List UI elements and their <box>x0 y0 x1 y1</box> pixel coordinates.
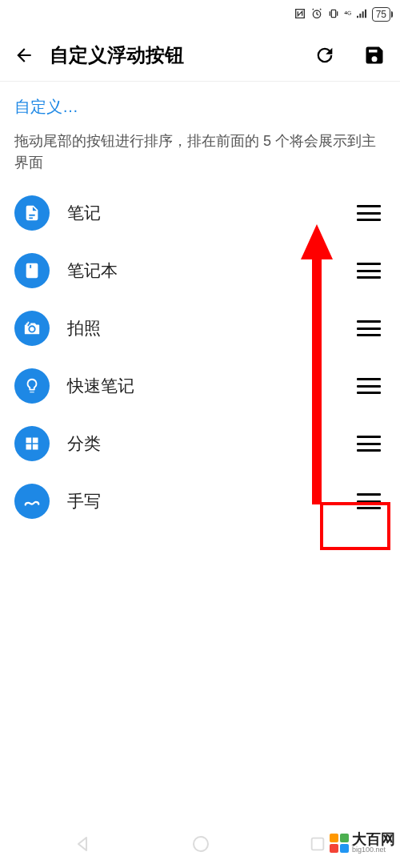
item-label: 笔记 <box>67 202 339 224</box>
watermark-title: 大百网 <box>352 832 395 846</box>
list-item-category: 分类 <box>14 427 386 460</box>
save-button[interactable] <box>362 42 387 68</box>
hint-text: 拖动尾部的按钮进行排序，排在前面的 5 个将会展示到主界面 <box>14 131 386 174</box>
vibrate-icon <box>327 7 340 22</box>
nav-back-icon[interactable] <box>74 834 93 857</box>
lightbulb-icon <box>14 368 50 404</box>
drag-handle-icon[interactable] <box>357 378 381 394</box>
item-label: 手写 <box>67 490 339 512</box>
grid-icon <box>14 426 50 461</box>
drag-handle-icon[interactable] <box>357 320 381 336</box>
handwrite-icon <box>14 484 50 519</box>
back-button[interactable] <box>13 44 35 66</box>
list-item-handwrite: 手写 <box>14 484 386 518</box>
content: 自定义… 拖动尾部的按钮进行排序，排在前面的 5 个将会展示到主界面 笔记 笔记… <box>0 82 400 532</box>
note-icon <box>14 195 50 231</box>
list: 笔记 笔记本 拍照 快速笔记 <box>14 196 386 518</box>
nfc-icon <box>294 7 306 22</box>
watermark-url: big100.net <box>352 846 395 854</box>
list-item-camera: 拍照 <box>14 311 386 345</box>
status-bar: ⁴ᴳ 75 <box>0 0 400 29</box>
svg-point-3 <box>194 837 208 851</box>
battery-icon: 75 <box>372 7 390 22</box>
nav-home-icon[interactable] <box>191 834 210 857</box>
list-item-note: 笔记 <box>14 196 386 230</box>
item-label: 笔记本 <box>67 259 339 282</box>
drag-handle-icon[interactable] <box>357 436 381 452</box>
drag-handle-icon[interactable] <box>357 205 381 221</box>
page-title: 自定义浮动按钮 <box>50 42 288 68</box>
refresh-button[interactable] <box>312 42 338 68</box>
drag-handle-icon[interactable] <box>357 493 381 509</box>
svg-rect-4 <box>312 838 324 850</box>
list-item-quicknote: 快速笔记 <box>14 369 386 403</box>
svg-rect-1 <box>331 10 335 17</box>
list-item-notebook: 笔记本 <box>14 254 386 287</box>
watermark: 大百网 big100.net <box>330 832 395 854</box>
customize-link[interactable]: 自定义… <box>14 96 386 118</box>
signal-icon: ⁴ᴳ <box>344 10 351 20</box>
signal-bars-icon <box>355 7 368 22</box>
app-bar: 自定义浮动按钮 <box>0 29 400 82</box>
notebook-icon <box>14 253 50 288</box>
camera-icon <box>14 311 50 346</box>
watermark-logo-icon <box>330 834 349 853</box>
drag-handle-icon[interactable] <box>357 263 381 279</box>
alarm-icon <box>310 7 323 22</box>
item-label: 分类 <box>67 432 339 455</box>
nav-recent-icon[interactable] <box>309 835 326 856</box>
item-label: 快速笔记 <box>67 375 339 397</box>
item-label: 拍照 <box>67 317 339 340</box>
